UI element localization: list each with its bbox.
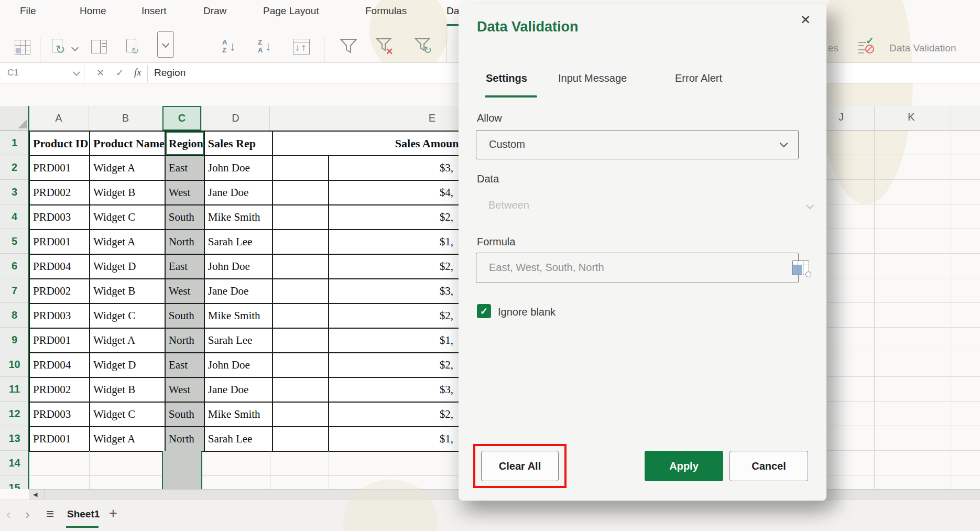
cell[interactable]: Widget A bbox=[90, 427, 165, 451]
cell[interactable]: East bbox=[165, 353, 204, 377]
range-picker-icon[interactable] bbox=[792, 261, 809, 275]
cell[interactable]: South bbox=[165, 304, 204, 328]
filter-icon[interactable] bbox=[339, 38, 360, 59]
column-header-c[interactable]: C bbox=[162, 106, 202, 131]
next-sheet-icon[interactable]: › bbox=[25, 506, 30, 523]
row-header-4[interactable]: 4 bbox=[0, 204, 29, 229]
tab-error-alert[interactable]: Error Alert bbox=[675, 72, 722, 84]
cell[interactable]: Jane Doe bbox=[204, 377, 273, 402]
cell[interactable]: John Doe bbox=[204, 254, 273, 279]
row-header-12[interactable]: 12 bbox=[0, 402, 29, 426]
cell[interactable]: Product Name bbox=[90, 131, 165, 156]
cell[interactable]: PRD002 bbox=[29, 180, 90, 205]
name-box-chevron-icon[interactable] bbox=[73, 69, 80, 76]
refresh-dropdown-chevron-icon[interactable] bbox=[71, 44, 79, 51]
refresh-all-icon[interactable]: ↻ bbox=[50, 38, 71, 59]
column-header-k[interactable]: K bbox=[908, 111, 914, 123]
row-header-10[interactable]: 10 bbox=[0, 352, 29, 377]
menu-item-home[interactable]: Home bbox=[80, 5, 106, 17]
row-header-6[interactable]: 6 bbox=[0, 254, 29, 278]
cell[interactable]: Widget D bbox=[90, 353, 165, 377]
cell[interactable]: East bbox=[165, 254, 204, 279]
fx-icon[interactable]: fx bbox=[134, 67, 141, 78]
cell[interactable]: North bbox=[165, 230, 204, 254]
cell[interactable]: Widget A bbox=[90, 230, 165, 254]
allow-dropdown[interactable]: Custom bbox=[476, 130, 799, 159]
column-header-a[interactable]: A bbox=[29, 106, 89, 131]
formula-field[interactable]: East, West, South, North bbox=[476, 253, 799, 283]
menu-item-page-layout[interactable]: Page Layout bbox=[263, 5, 319, 17]
cell[interactable]: Widget C bbox=[90, 402, 165, 427]
cell[interactable]: Widget C bbox=[90, 205, 165, 230]
enter-entry-icon[interactable]: ✓ bbox=[116, 67, 124, 79]
cell[interactable]: PRD001 bbox=[29, 427, 90, 451]
cell[interactable]: North bbox=[165, 328, 204, 353]
cell[interactable]: West bbox=[165, 180, 204, 205]
row-header-7[interactable]: 7 bbox=[0, 278, 29, 303]
cell[interactable]: Sarah Lee bbox=[204, 328, 273, 353]
apply-button[interactable]: Apply bbox=[645, 451, 723, 481]
cell[interactable]: West bbox=[165, 279, 204, 304]
cell[interactable]: Sarah Lee bbox=[204, 230, 273, 254]
cell[interactable]: PRD001 bbox=[29, 230, 90, 254]
row-header-13[interactable]: 13 bbox=[0, 426, 29, 451]
tab-input-message[interactable]: Input Message bbox=[558, 72, 627, 84]
clear-all-button[interactable]: Clear All bbox=[481, 451, 559, 481]
queries-connections-icon[interactable] bbox=[90, 38, 111, 59]
workbook-links-icon[interactable]: ↻ bbox=[124, 38, 145, 59]
prev-sheet-icon[interactable]: ‹ bbox=[6, 506, 11, 523]
cell[interactable]: Widget A bbox=[90, 156, 165, 180]
data-validation-icon[interactable]: ✓ bbox=[858, 38, 877, 57]
row-header-8[interactable]: 8 bbox=[0, 303, 29, 328]
cell[interactable]: PRD002 bbox=[29, 279, 90, 304]
column-header-d[interactable]: D bbox=[202, 106, 270, 131]
cell[interactable]: Widget C bbox=[90, 304, 165, 328]
cell[interactable]: North bbox=[165, 427, 204, 451]
cell[interactable]: Mike Smith bbox=[204, 304, 273, 328]
sort-az-icon[interactable]: A Z ↓ bbox=[222, 38, 243, 59]
sort-za-icon[interactable]: Z A ↓ bbox=[258, 38, 279, 59]
row-header-5[interactable]: 5 bbox=[0, 229, 29, 254]
cell[interactable]: South bbox=[165, 205, 204, 230]
cell[interactable]: PRD004 bbox=[29, 353, 90, 377]
data-validation-button[interactable]: Data Validation bbox=[889, 42, 956, 54]
reapply-filter-icon[interactable]: ↻ bbox=[414, 38, 435, 59]
cell[interactable]: PRD002 bbox=[29, 377, 90, 402]
cell[interactable]: Widget D bbox=[90, 254, 165, 279]
menu-item-insert[interactable]: Insert bbox=[141, 5, 167, 17]
cell[interactable]: PRD003 bbox=[29, 402, 90, 427]
row-header-11[interactable]: 11 bbox=[0, 377, 29, 402]
scroll-left-icon[interactable]: ◀ bbox=[33, 491, 37, 498]
cancel-button[interactable]: Cancel bbox=[729, 451, 808, 481]
cell[interactable]: PRD003 bbox=[29, 304, 90, 328]
clear-filter-icon[interactable]: ✕ bbox=[375, 38, 396, 59]
row-header-15[interactable]: 15 bbox=[0, 475, 29, 489]
cell[interactable]: John Doe bbox=[204, 156, 273, 180]
cell[interactable]: Jane Doe bbox=[204, 180, 273, 205]
sheet-list-icon[interactable]: ≡ bbox=[46, 506, 54, 522]
cell[interactable]: South bbox=[165, 402, 204, 427]
gallery-box-icon[interactable] bbox=[157, 31, 175, 59]
cell[interactable]: Jane Doe bbox=[204, 279, 273, 304]
cell[interactable]: John Doe bbox=[204, 353, 273, 377]
column-header-b[interactable]: B bbox=[89, 106, 162, 131]
row-header-3[interactable]: 3 bbox=[0, 180, 29, 204]
cancel-entry-icon[interactable]: ✕ bbox=[96, 67, 104, 79]
menu-item-formulas[interactable]: Formulas bbox=[365, 5, 407, 17]
add-sheet-icon[interactable]: + bbox=[109, 505, 117, 522]
cell[interactable]: PRD001 bbox=[29, 156, 90, 180]
column-header-j[interactable]: J bbox=[839, 111, 844, 123]
cell[interactable]: Mike Smith bbox=[204, 402, 273, 427]
close-icon[interactable]: ✕ bbox=[800, 13, 811, 27]
cell[interactable]: Widget B bbox=[90, 377, 165, 402]
cell[interactable]: East bbox=[165, 156, 204, 180]
row-header-2[interactable]: 2 bbox=[0, 155, 29, 180]
cell[interactable]: West bbox=[165, 377, 204, 402]
row-header-9[interactable]: 9 bbox=[0, 328, 29, 352]
cell[interactable]: Mike Smith bbox=[204, 205, 273, 230]
ignore-blank-checkbox[interactable]: ✓ bbox=[477, 304, 491, 318]
custom-sort-icon[interactable]: ↓ ↑ bbox=[292, 38, 313, 59]
cell[interactable]: Region bbox=[165, 131, 204, 156]
cell[interactable]: PRD004 bbox=[29, 254, 90, 279]
menu-item-draw[interactable]: Draw bbox=[203, 5, 226, 17]
